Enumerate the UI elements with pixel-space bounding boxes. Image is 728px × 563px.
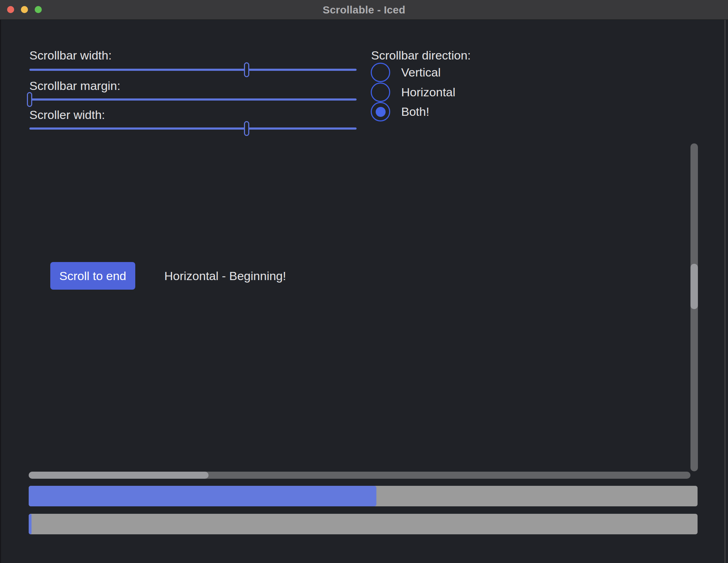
horizontal-progress-bar — [29, 486, 698, 506]
zoom-button[interactable] — [35, 6, 42, 13]
scroller-width-label: Scroller width: — [29, 108, 105, 122]
radio-circle-icon[interactable] — [371, 83, 390, 102]
titlebar: Scrollable - Iced — [0, 0, 728, 20]
scroll-to-end-button[interactable]: Scroll to end — [50, 262, 135, 290]
radio-label: Both! — [401, 105, 429, 119]
horizontal-scrollbar-thumb[interactable] — [29, 472, 209, 479]
scroll-status-text: Horizontal - Beginning! — [164, 269, 286, 283]
slider-rail[interactable] — [29, 98, 357, 101]
slider-rail[interactable] — [29, 127, 357, 130]
window-right-edge — [724, 0, 726, 563]
slider-handle[interactable] — [244, 121, 249, 136]
radio-label: Vertical — [401, 66, 441, 79]
slider-rail[interactable] — [29, 69, 357, 71]
close-button[interactable] — [7, 6, 14, 13]
horizontal-scrollbar-track[interactable] — [29, 472, 690, 479]
radio-circle-icon[interactable] — [371, 63, 390, 82]
scrollbar-direction-label: Scrollbar direction: — [371, 48, 471, 63]
radio-both[interactable]: Both! — [371, 102, 429, 121]
scrollbar-width-label: Scrollbar width: — [29, 48, 112, 63]
slider-handle[interactable] — [27, 92, 32, 107]
progress-fill — [29, 486, 376, 506]
scrollbar-margin-label: Scrollbar margin: — [29, 79, 120, 93]
radio-vertical[interactable]: Vertical — [371, 63, 441, 82]
vertical-scrollbar-track[interactable] — [690, 143, 698, 471]
radio-label: Horizontal — [401, 85, 455, 99]
progress-fill — [29, 514, 32, 534]
radio-circle-icon[interactable] — [371, 102, 390, 121]
scrollbar-width-slider[interactable] — [29, 62, 357, 77]
radio-horizontal[interactable]: Horizontal — [371, 83, 455, 102]
minimize-button[interactable] — [21, 6, 28, 13]
slider-handle[interactable] — [244, 62, 249, 77]
vertical-progress-bar — [29, 514, 698, 534]
radio-dot-icon — [376, 107, 386, 117]
vertical-scrollbar-thumb[interactable] — [690, 264, 698, 309]
scroller-width-slider[interactable] — [29, 121, 357, 136]
app-window: Scrollable - Iced Scrollbar width: Scrol… — [0, 0, 728, 563]
scrollbar-margin-slider[interactable] — [29, 92, 357, 107]
window-title: Scrollable - Iced — [323, 4, 405, 16]
window-left-edge — [0, 0, 1, 563]
